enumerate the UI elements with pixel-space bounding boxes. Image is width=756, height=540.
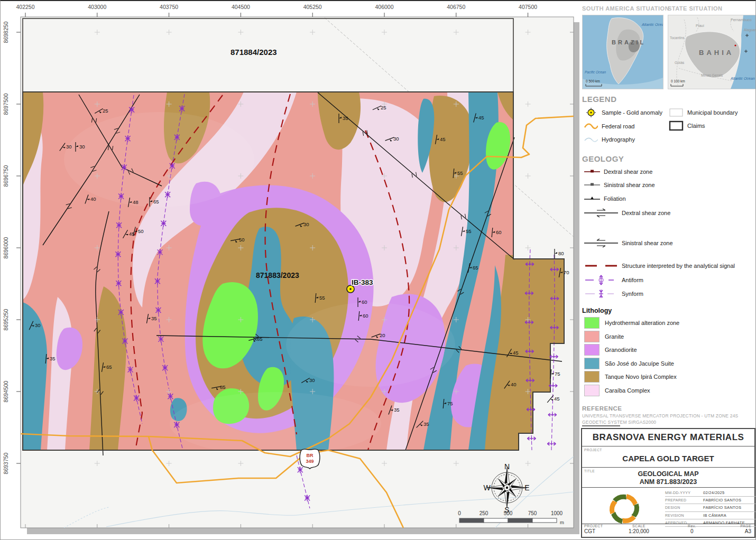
geology-item-5: Structure interpreted by the analytical … <box>584 262 735 269</box>
state-atlantic-label: Atlantic Ocean <box>730 77 755 80</box>
synform-marker <box>168 393 173 399</box>
dip-value: 50 <box>239 237 245 243</box>
geology-item-3: Dextral shear zone <box>584 208 670 218</box>
lithology-label: Hydrothermal alteration zone <box>605 320 679 326</box>
lithology-swatch <box>584 371 600 383</box>
dextral-shear-icon <box>584 168 600 175</box>
hydrography-icon <box>584 134 598 145</box>
antiform-marker <box>527 437 536 440</box>
footer-rev-label: Rev. <box>688 524 696 528</box>
axis-y-label: 8697500 <box>3 93 9 115</box>
synform-marker <box>155 278 160 284</box>
legend-label-road: Federal road <box>602 123 634 129</box>
footer-scale-label: SCALE <box>629 524 649 528</box>
geology-item-6: Antiform <box>584 274 643 286</box>
lithology-row: São José do Jacuípe Suite <box>584 358 674 369</box>
scale-bar-tick: 500 <box>504 510 513 516</box>
geology-label-5: Structure interpreted by the analytical … <box>622 263 735 269</box>
company-logo <box>598 490 651 527</box>
synform-marker <box>128 367 133 373</box>
geology-label-7: Synform <box>622 291 643 297</box>
axis-x-label: 405250 <box>303 4 322 10</box>
antiform-marker <box>526 379 534 382</box>
dip-value: 45 <box>554 396 560 402</box>
dip-value: 40 <box>90 196 96 202</box>
axis-y-label: 8696750 <box>3 165 9 187</box>
info-value: 02/24/2025 <box>703 490 755 495</box>
synform-marker <box>116 280 121 286</box>
synform-marker <box>118 309 124 315</box>
neighbor-pernambuco: Pernambuco <box>731 18 752 22</box>
geology-label-2: Foliation <box>604 195 626 202</box>
synform-marker <box>165 191 170 198</box>
map-title-line1: GEOLOGICAL MAP <box>582 470 754 478</box>
dip-value: 75 <box>555 371 560 377</box>
dip-value: 35 <box>50 356 56 361</box>
axis-x-label: 403750 <box>160 4 178 10</box>
inset-sa-scale: 0 500 km <box>586 79 600 83</box>
company-name: BRASNOVA ENERGY MATERIALS <box>582 432 754 443</box>
compass-w: W <box>483 483 491 492</box>
synform-marker <box>115 251 121 257</box>
info-label: PREPARED <box>665 498 703 502</box>
frame-shadow-right <box>574 22 579 534</box>
atlantic-ocean-label: Atlantic Ocean <box>641 23 663 26</box>
synform-marker <box>134 395 139 401</box>
legend-item-claims: Claims <box>669 120 705 131</box>
footer-page-label: PAGE <box>740 524 751 528</box>
reference-heading: REFERENCE <box>582 405 622 412</box>
dip-value: 35 <box>394 407 400 413</box>
title-block: BRASNOVA ENERGY MATERIALS PROJECT CAPELA… <box>581 428 755 538</box>
info-row: PREPAREDFABRÍCIO SANTOS <box>665 497 755 504</box>
geology-label-0: Dextral shear zone <box>604 169 652 175</box>
dip-value: 30 <box>66 144 72 150</box>
synform-marker <box>179 106 185 112</box>
neighbor-goias: Goiás <box>675 61 685 64</box>
antiform-marker <box>527 408 535 411</box>
inset-sa-title: SOUTH AMERICA SITUATION <box>582 5 669 12</box>
lithology-label: Caraíba Complex <box>605 387 650 394</box>
dip-value: 48 <box>133 199 139 205</box>
dip-value: 45 <box>513 350 519 356</box>
dip-value: 65 <box>153 199 159 204</box>
dip-value: 30 <box>393 136 399 142</box>
lithology-swatch <box>584 358 600 369</box>
antiform-marker <box>525 321 533 324</box>
info-row: MM-DD-YYYY02/24/2025 <box>665 489 755 497</box>
dip-value: 40 <box>511 381 517 387</box>
axis-x-label: 406000 <box>375 4 393 10</box>
antiform-marker <box>525 292 533 295</box>
synform-marker <box>174 422 179 428</box>
geology-item-2: Foliation <box>584 195 626 202</box>
dip-value: 55 <box>457 170 463 176</box>
sinistral-shear-arrows-icon <box>584 238 618 248</box>
footer-scale-value: 1:20,000 <box>629 528 649 534</box>
info-label: MM-DD-YYYY <box>665 491 703 495</box>
project-label: PROJECT <box>584 448 602 452</box>
dip-value: 30 <box>309 377 315 383</box>
antiform-marker <box>550 297 559 300</box>
lithology-swatch <box>584 385 600 396</box>
legend-label-municipal: Municipal boundary <box>687 109 737 116</box>
antiform-marker <box>525 350 534 353</box>
synform-marker <box>155 307 161 313</box>
synform-marker <box>158 336 163 342</box>
compass-n: N <box>504 462 510 471</box>
inset-state-scale: 0 100 km <box>671 79 685 83</box>
lithology-swatch <box>584 331 600 342</box>
pacific-ocean-label: Pacific Ocean <box>585 70 606 74</box>
dip-value: 60 <box>363 313 368 319</box>
axis-x-label: 406750 <box>447 4 465 10</box>
synform-marker <box>116 222 122 228</box>
title-block-footer: PROJECT CGT SCALE 1:20,000 Rev. 0 PAGE A… <box>582 524 754 537</box>
geology-item-1: Sinistral shear zone <box>584 181 655 189</box>
location-dot <box>734 44 736 46</box>
geological-map: 2530304048655045503035253045455555606555… <box>1 1 580 540</box>
geology-item-0: Dextral shear zone <box>584 168 652 175</box>
axis-y-label: 8696000 <box>3 237 9 258</box>
shield-line2: 349 <box>306 459 314 464</box>
axis-x-label: 404500 <box>232 4 250 10</box>
footer-project-label: PROJECT <box>584 524 603 528</box>
antiform-marker <box>548 413 557 416</box>
dip-value: 70 <box>564 269 569 275</box>
